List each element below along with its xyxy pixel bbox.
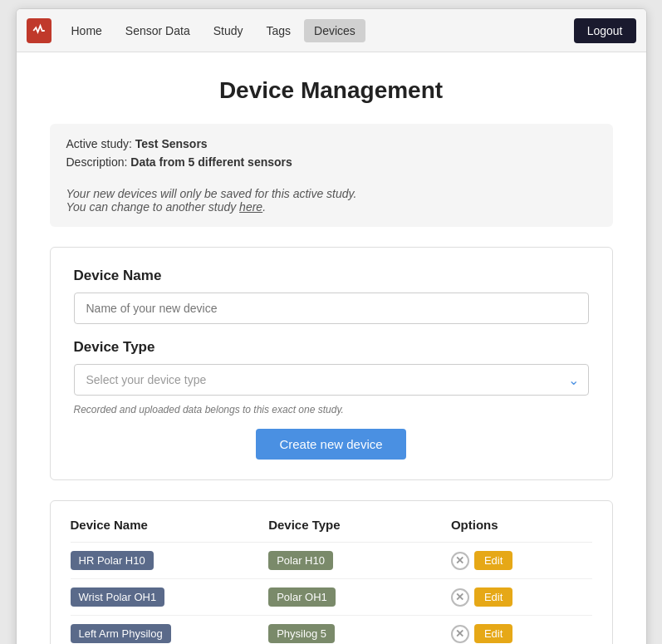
delete-button[interactable]: ✕: [451, 625, 469, 643]
nav-sensor-data[interactable]: Sensor Data: [115, 19, 200, 42]
table-row: Wrist Polar OH1 Polar OH1 ✕ Edit: [71, 579, 592, 616]
hint-text: Recorded and uploaded data belongs to th…: [74, 404, 589, 415]
col-header-device-name: Device Name: [71, 518, 269, 543]
description-prefix: Description:: [66, 155, 131, 169]
note-line1: Your new devices will only be saved for …: [66, 187, 357, 200]
options-cell: ✕ Edit: [451, 551, 592, 570]
edit-button[interactable]: Edit: [474, 551, 512, 570]
edit-button[interactable]: Edit: [474, 587, 512, 607]
col-header-options: Options: [451, 518, 592, 543]
nav-home[interactable]: Home: [61, 19, 112, 42]
device-type-badge: Polar OH1: [268, 587, 336, 607]
nav-links: Home Sensor Data Study Tags Devices: [61, 19, 574, 42]
page-title: Device Management: [50, 77, 613, 104]
delete-button[interactable]: ✕: [451, 552, 469, 570]
description-line: Description: Data from 5 different senso…: [66, 155, 596, 169]
device-name-label: Device Name: [74, 268, 589, 284]
nav-tags[interactable]: Tags: [257, 19, 302, 42]
device-name-input[interactable]: [74, 293, 589, 324]
device-type-wrapper: Select your device type Polar H10 Polar …: [74, 364, 589, 396]
device-name-badge: Wrist Polar OH1: [71, 587, 165, 607]
device-type-select[interactable]: Select your device type Polar H10 Polar …: [74, 364, 589, 396]
table-header-row: Device Name Device Type Options: [71, 518, 592, 543]
nav-devices[interactable]: Devices: [304, 19, 365, 42]
device-name-badge: HR Polar H10: [71, 551, 154, 570]
info-box: Active study: Test Sensors Description: …: [50, 124, 613, 227]
device-name-badge: Left Arm Physilog: [71, 624, 171, 643]
here-link[interactable]: here: [239, 200, 262, 214]
table-row: Left Arm Physilog Physilog 5 ✕ Edit: [71, 616, 592, 645]
logout-button[interactable]: Logout: [574, 18, 636, 43]
table-row: HR Polar H10 Polar H10 ✕ Edit: [71, 543, 592, 579]
app-window: Home Sensor Data Study Tags Devices Logo…: [16, 8, 647, 644]
edit-button[interactable]: Edit: [474, 624, 512, 643]
delete-button[interactable]: ✕: [451, 588, 469, 607]
app-logo: [27, 18, 51, 43]
device-type-label: Device Type: [74, 339, 589, 356]
devices-table: Device Name Device Type Options HR Polar…: [71, 518, 592, 644]
devices-table-card: Device Name Device Type Options HR Polar…: [50, 500, 613, 644]
device-type-badge: Physilog 5: [268, 624, 335, 643]
note-text: Your new devices will only be saved for …: [66, 187, 596, 214]
note-line2: You can change to another study: [66, 200, 240, 214]
options-cell: ✕ Edit: [451, 587, 592, 607]
navbar: Home Sensor Data Study Tags Devices Logo…: [17, 9, 646, 52]
nav-study[interactable]: Study: [204, 19, 253, 42]
description-value: Data from 5 different sensors: [130, 155, 292, 169]
active-study-line: Active study: Test Sensors: [66, 137, 596, 150]
main-content: Device Management Active study: Test Sen…: [17, 52, 646, 644]
active-study-prefix: Active study:: [66, 137, 135, 150]
active-study-name: Test Sensors: [135, 137, 208, 150]
options-cell: ✕ Edit: [451, 624, 592, 643]
form-card: Device Name Device Type Select your devi…: [50, 247, 613, 480]
create-device-button[interactable]: Create new device: [256, 429, 405, 460]
col-header-device-type: Device Type: [268, 518, 451, 543]
device-type-badge: Polar H10: [268, 551, 333, 570]
